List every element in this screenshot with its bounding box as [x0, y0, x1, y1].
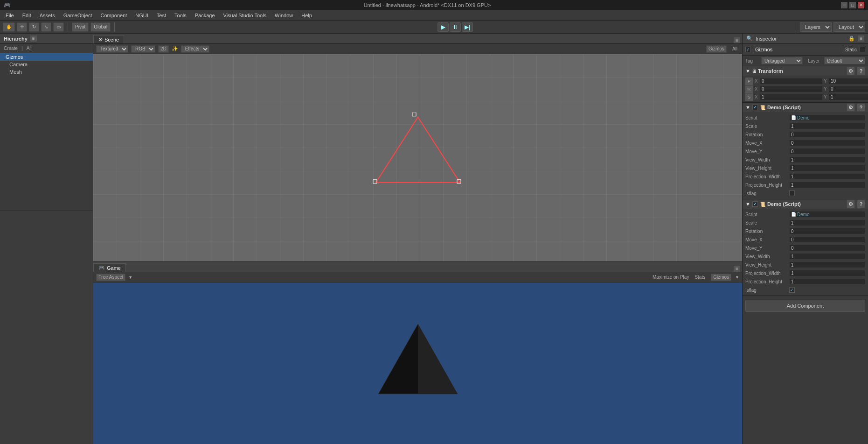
static-checkbox[interactable] — [860, 47, 865, 52]
gizmos-scene-button[interactable]: Gizmos — [706, 45, 727, 53]
maximize-on-play[interactable]: Maximize on Play — [653, 275, 689, 280]
demo-script-2-header[interactable]: ▼ 📜 Demo (Script) ⚙ ? — [743, 199, 868, 209]
effects-dropdown[interactable]: Effects — [181, 45, 209, 53]
transform-header[interactable]: ▼ ⊞ Transform ⚙ ? — [743, 66, 868, 76]
demo1-active-checkbox[interactable] — [752, 105, 758, 110]
demo1-isflag-checkbox[interactable] — [789, 190, 795, 196]
rotate-tool[interactable]: ↻ — [29, 22, 39, 32]
move-tool[interactable]: ✛ — [17, 22, 27, 32]
layers-dropdown[interactable]: Layers — [800, 22, 832, 32]
demo2-movey-field[interactable] — [789, 245, 865, 251]
tag-dropdown[interactable]: Untagged — [761, 57, 803, 64]
scale-tool[interactable]: ⤡ — [41, 22, 51, 32]
scene-collapse[interactable]: ≡ — [734, 37, 740, 43]
demo2-settings-button[interactable]: ⚙ — [847, 200, 855, 208]
demo1-settings-button[interactable]: ⚙ — [847, 103, 855, 112]
menu-visual-studio[interactable]: Visual Studio Tools — [220, 12, 271, 19]
gizmos-game-button[interactable]: Gizmos — [711, 274, 731, 281]
demo-script-1-header[interactable]: ▼ 📜 Demo (Script) ⚙ ? — [743, 103, 868, 112]
demo2-movex-field[interactable] — [789, 236, 865, 243]
menu-help[interactable]: Help — [298, 12, 316, 19]
layer-dropdown[interactable]: Default — [824, 57, 866, 64]
game-canvas[interactable] — [93, 282, 742, 444]
play-button[interactable]: ▶ — [437, 22, 449, 32]
hierarchy-item-camera[interactable]: Camera — [0, 61, 93, 68]
all-label[interactable]: All — [27, 46, 32, 51]
scene-canvas[interactable] — [93, 54, 742, 261]
rotation-y-group: Y — [824, 86, 868, 92]
inspector-collapse[interactable]: ≡ — [858, 35, 864, 42]
scale-x-field[interactable] — [760, 94, 823, 100]
hierarchy-collapse[interactable]: ≡ — [30, 35, 37, 42]
pause-button[interactable]: ⏸ — [450, 22, 461, 32]
rect-tool[interactable]: ▭ — [53, 22, 64, 32]
demo1-movex-field[interactable] — [789, 140, 865, 146]
demo1-info-button[interactable]: ? — [857, 103, 865, 112]
free-aspect-label[interactable]: Free Aspect — [96, 274, 125, 281]
demo1-scale-field[interactable] — [789, 123, 865, 129]
demo2-isflag-label: Isflag — [745, 288, 787, 293]
demo2-script-value[interactable]: 📄 Demo — [789, 211, 865, 218]
menu-package[interactable]: Package — [191, 12, 219, 19]
menu-tools[interactable]: Tools — [171, 12, 190, 19]
position-y-field[interactable] — [829, 78, 868, 85]
menu-edit[interactable]: Edit — [19, 12, 35, 19]
transform-info-button[interactable]: ? — [857, 67, 865, 75]
demo2-viewheight-field[interactable] — [789, 261, 865, 268]
title-bar: 🎮 Untitled - linewhatsapp - Android* <DX… — [0, 0, 868, 10]
transform-settings-button[interactable]: ⚙ — [847, 67, 855, 75]
menu-component[interactable]: Component — [97, 12, 131, 19]
object-active-checkbox[interactable] — [745, 47, 751, 52]
demo1-viewwidth-field[interactable] — [789, 156, 865, 163]
create-label[interactable]: Create — [4, 46, 18, 51]
demo1-projwidth-field[interactable] — [789, 173, 865, 180]
demo1-viewheight-field[interactable] — [789, 165, 865, 171]
demo2-projheight-field[interactable] — [789, 278, 865, 285]
minimize-button[interactable]: ─ — [841, 2, 847, 8]
demo2-projheight-label: Projection_Height — [745, 279, 787, 284]
demo2-scale-field[interactable] — [789, 219, 865, 226]
pivot-button[interactable]: Pivot — [72, 22, 89, 32]
hierarchy-item-gizmos[interactable]: Gizmos — [0, 53, 93, 61]
demo2-isflag-checkbox[interactable] — [789, 287, 795, 293]
inspector-scroll[interactable]: Static Tag Untagged Layer Default ▼ ⊞ — [743, 44, 868, 444]
scale-y-field[interactable] — [829, 94, 868, 100]
menu-assets[interactable]: Assets — [36, 12, 59, 19]
demo2-rotation-field[interactable] — [789, 228, 865, 234]
hierarchy-item-mesh[interactable]: Mesh — [0, 68, 93, 76]
rotation-y-field[interactable] — [829, 86, 868, 92]
rgb-dropdown[interactable]: RGB — [131, 45, 155, 53]
close-button[interactable]: ✕ — [858, 2, 864, 8]
tag-layer-row: Tag Untagged Layer Default — [743, 56, 868, 66]
demo1-projheight-field[interactable] — [789, 182, 865, 188]
twod-button[interactable]: 2D — [158, 45, 169, 53]
menu-ngui[interactable]: NGUI — [132, 12, 152, 19]
global-button[interactable]: Global — [90, 22, 111, 32]
demo2-active-checkbox[interactable] — [752, 201, 758, 207]
add-component-button[interactable]: Add Component — [745, 300, 865, 312]
tab-scene[interactable]: ⊙ Scene — [93, 35, 124, 43]
demo2-viewwidth-field[interactable] — [789, 253, 865, 260]
rotation-x-field[interactable] — [760, 86, 823, 92]
object-name-field[interactable] — [753, 46, 843, 53]
demo2-info-button[interactable]: ? — [857, 200, 865, 208]
position-x-field[interactable] — [760, 78, 823, 85]
stats-button[interactable]: Stats — [694, 275, 705, 280]
demo1-movey-field[interactable] — [789, 148, 865, 155]
menu-window[interactable]: Window — [271, 12, 297, 19]
inspector-lock-icon[interactable]: 🔒 — [848, 35, 855, 42]
demo2-projwidth-field[interactable] — [789, 270, 865, 276]
step-button[interactable]: ▶| — [462, 22, 473, 32]
demo1-rotation-field[interactable] — [789, 131, 865, 138]
menu-file[interactable]: File — [2, 12, 18, 19]
textured-dropdown[interactable]: Textured — [96, 45, 128, 53]
demo1-script-value[interactable]: 📄 Demo — [789, 114, 865, 121]
maximize-button[interactable]: □ — [849, 2, 856, 8]
menu-gameobject[interactable]: GameObject — [60, 12, 96, 19]
menu-test[interactable]: Test — [153, 12, 170, 19]
layout-dropdown[interactable]: Layout — [833, 22, 865, 32]
all-scene-button[interactable]: All — [730, 46, 739, 51]
hand-tool[interactable]: ✋ — [3, 22, 15, 32]
game-collapse[interactable]: ≡ — [734, 266, 740, 272]
tab-game[interactable]: 🎮 Game — [93, 263, 126, 272]
